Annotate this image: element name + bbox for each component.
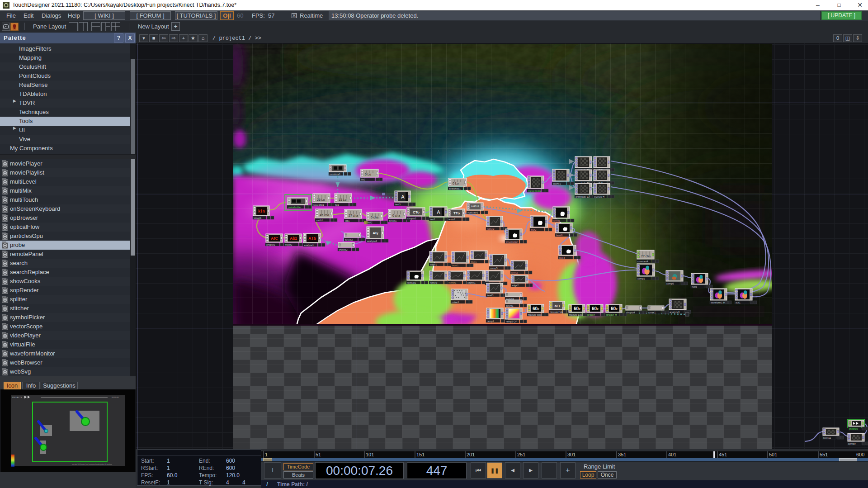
svg-text:beatchop1: beatchop1 [449,187,461,190]
svg-text:htcouto Hda: htcouto Hda [550,311,564,313]
svg-text:probeholder: probeholder [288,206,302,208]
svg-text:texto1: texto1 [448,218,455,221]
svg-text:26 Lo: 26 Lo [317,198,325,201]
svg-text:text1: text1 [430,218,435,221]
svg-text:threshold2: threshold2 [506,241,518,243]
svg-text:moviefilein2: moviefilein2 [528,190,541,192]
svg-text:abs tds 301/hands (not) sample: abs tds 301/hands (not) samples/hands/pr… [72,464,112,465]
svg-text:level10 H: level10 H [594,195,604,198]
svg-text:null5: null5 [692,285,697,288]
svg-text:monitors1: monitors1 [330,173,340,175]
svg-text:551: 551 [820,452,828,457]
svg-text:rtrigger M: rtrigger M [606,313,617,316]
svg-text:lfo2: lfo2 [361,178,365,181]
svg-text:TTo: TTo [453,211,460,215]
svg-text:comp1: comp1 [637,277,645,280]
svg-text:chopto1: chopto1 [266,243,275,246]
svg-text:text3: text3 [395,203,401,206]
svg-text:constant4: constant4 [637,260,648,263]
svg-text:501: 501 [769,452,777,457]
svg-text:51: 51 [316,452,321,457]
svg-text:251: 251 [517,452,525,457]
svg-text:15 Lo: 15 Lo [339,198,347,201]
svg-text:select1: select1 [389,219,396,222]
svg-text:analyze1: analyze1 [304,244,314,246]
svg-text:level11: level11 [823,436,831,439]
svg-text:noise1: noise1 [452,301,459,303]
svg-text:level5: level5 [553,219,560,222]
svg-text:noise3: noise3 [430,281,437,284]
svg-text:A: A [437,209,440,215]
svg-text:chopto4: chopto4 [626,311,635,314]
svg-text:1116 a: 1116 a [471,204,479,207]
svg-text:600: 600 [856,452,864,457]
svg-text:351: 351 [618,452,626,457]
svg-text:out1: out1 [736,301,741,304]
svg-text:101: 101 [366,452,374,457]
svg-text:lookup1: lookup1 [407,281,416,284]
svg-text:chopto5: chopto5 [849,427,858,430]
svg-text:comp5: comp5 [490,267,498,270]
svg-text:45 cha: 45 cha [320,213,329,217]
svg-text:chopto3: chopto3 [407,217,416,220]
svg-text:0 Lo: 0 Lo [453,182,459,185]
svg-text:451: 451 [719,452,727,457]
svg-text:comp9: comp9 [848,442,856,445]
svg-text:select2: select2 [345,238,353,241]
svg-text:analyze3: analyze3 [670,311,679,313]
svg-text:Aly: Aly [373,231,378,235]
svg-text:level2: level2 [511,271,518,274]
svg-text:speedlfo1: speedlfo1 [313,204,324,206]
svg-text:blur1: blur1 [471,261,476,263]
svg-text:edge1: edge1 [430,263,437,266]
svg-text:crossfade EX4: crossfade EX4 [576,195,592,198]
svg-text:1: 1 [265,452,268,457]
svg-text:noise2: noise2 [487,227,494,230]
svg-text:math1: math1 [316,219,323,222]
svg-text:cross1: cross1 [648,311,656,314]
svg-text:null2: null2 [367,221,373,224]
svg-text:lfo1: lfo1 [335,204,339,206]
svg-text:cache2: cache2 [553,182,561,185]
svg-text:comp6: comp6 [666,282,674,285]
svg-text:151: 151 [416,452,425,457]
svg-text:AtC: AtC [271,236,278,241]
svg-text:ramp2 OF: ramp2 OF [506,320,517,323]
svg-text:0 cha: 0 cha [392,214,400,217]
svg-text:evaluate1: evaluate1 [467,211,478,214]
svg-text:htcouto Wait: htcouto Wait [528,313,542,316]
svg-text:00:00:00: 00:00:00 [112,396,119,398]
svg-text:cache1: cache1 [467,281,476,284]
svg-text:level6: level6 [556,234,562,237]
svg-text:analyze2: analyze2 [367,240,377,242]
svg-text:blur2: blur2 [531,228,536,231]
svg-text:level1: level1 [452,264,458,267]
svg-text:ltrigger: ltrigger [587,313,595,316]
svg-text:301: 301 [567,452,576,457]
svg-text:blur3: blur3 [559,256,565,259]
svg-text:Abz: Abz [290,236,297,241]
svg-text:ramp1: ramp1 [487,320,494,322]
svg-text:PROJECTS: PROJECTS [12,396,22,398]
svg-text:0 Lo: 0 Lo [365,173,371,176]
svg-text:edge2: edge2 [512,284,519,287]
svg-text:level3: level3 [487,294,493,297]
svg-text:count1: count1 [506,304,514,307]
svg-text:A: A [401,194,405,199]
svg-text:At5: At5 [308,236,316,241]
svg-text:kin: kin [258,209,265,213]
svg-text:27 cha: 27 cha [641,255,651,258]
svg-text:kinect1: kinect1 [254,217,261,219]
svg-text:401: 401 [668,452,676,457]
svg-text:math2: math2 [285,243,292,246]
svg-text:htcouto Elact: htcouto Elact [569,313,584,316]
svg-text:chopto2: chopto2 [339,248,348,251]
svg-text:aFi: aFi [555,304,560,308]
svg-text:27 cha: 27 cha [349,214,358,217]
svg-text:lag1: lag1 [345,219,349,222]
svg-text:transform1 H: transform1 H [711,301,725,304]
svg-text:CTo: CTo [413,210,420,214]
svg-text:mirror1: mirror1 [448,281,456,284]
svg-text:201: 201 [467,452,475,457]
svg-text:0 cha: 0 cha [371,216,378,219]
